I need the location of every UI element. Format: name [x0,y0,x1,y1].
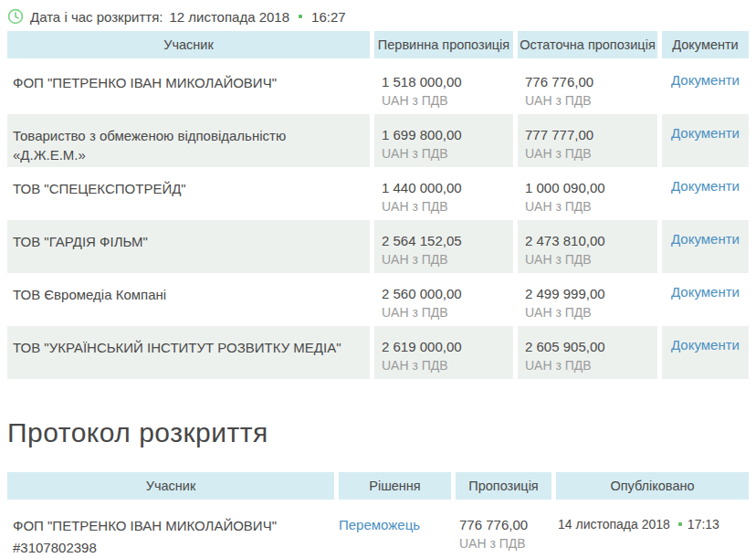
bid-amount: 2 564 152,05 [382,231,506,250]
final-bid-cell: 777 777,00 UAH з ПДВ [518,114,657,167]
participant-name: ТОВ Євромедіа Компані [7,273,370,326]
documents-cell: Документи [662,114,749,167]
table-row: ТОВ "СПЕЦЕКСПОТРЕЙД" 1 440 000,00 UAH з … [7,167,756,220]
currency-note: UAH з ПДВ [525,144,650,163]
column-header-participant: Учасник [7,472,334,500]
column-header-final-bid: Остаточна пропозиція [518,31,657,58]
participant-cell: ФОП "ПЕТРЕНКО ІВАН МИКОЛАЙОВИЧ" #3107802… [7,504,334,555]
currency-note: UAH з ПДВ [525,91,650,111]
table-row: ТОВ "УКРАЇНСЬКИЙ ІНСТИТУТ РОЗВИТКУ МЕДІА… [7,326,756,379]
disclosure-label: Дата і час розкриття: [30,9,163,25]
final-bid-cell: 2 605 905,00 UAH з ПДВ [518,326,657,379]
bids-table: Учасник Первинна пропозиція Остаточна пр… [7,31,756,379]
disclosure-time: 16:27 [311,9,346,25]
documents-cell: Документи [662,61,749,114]
table-row: ТОВ "ГАРДІЯ ФІЛЬМ" 2 564 152,05 UAH з ПД… [7,220,756,273]
final-bid-cell: 2 499 999,00 UAH з ПДВ [518,273,657,326]
green-dot-separator [299,15,302,18]
protocol-header-row: Учасник Рішення Пропозиція Опубліковано [7,472,756,500]
final-bid-cell: 2 473 810,00 UAH з ПДВ [518,220,657,273]
published-cell: 14 листопада 2018 17:13 [556,504,749,555]
bid-amount: 1 440 000,00 [382,178,506,197]
disclosure-datetime-line: Дата і час розкриття: 12 листопада 2018 … [7,8,756,25]
currency-note: UAH з ПДВ [382,91,506,111]
currency-note: UAH з ПДВ [525,356,650,375]
documents-link[interactable]: Документи [671,72,740,88]
bid-amount: 1 518 000,00 [382,72,506,91]
currency-note: UAH з ПДВ [382,250,506,269]
disclosure-date: 12 листопада 2018 [169,9,289,25]
column-header-bid: Пропозиція [456,472,551,500]
bid-amount: 776 776,00 [459,515,551,534]
documents-cell: Документи [662,167,749,220]
initial-bid-cell: 2 619 000,00 UAH з ПДВ [374,326,513,379]
bid-amount: 1 699 800,00 [382,125,506,144]
bid-amount: 776 776,00 [525,72,650,91]
initial-bid-cell: 1 699 800,00 UAH з ПДВ [374,114,513,167]
documents-cell: Документи [662,326,749,379]
decision-cell: Переможець [339,504,451,555]
green-dot-separator [678,522,682,526]
currency-note: UAH з ПДВ [382,303,506,322]
final-bid-cell: 1 000 090,00 UAH з ПДВ [518,167,657,220]
initial-bid-cell: 1 518 000,00 UAH з ПДВ [374,61,513,114]
participant-name: ТОВ "ГАРДІЯ ФІЛЬМ" [7,220,370,273]
bid-amount: 2 499 999,00 [525,284,650,303]
protocol-table: Учасник Рішення Пропозиція Опубліковано … [7,472,756,555]
participant-name: ТОВ "СПЕЦЕКСПОТРЕЙД" [7,167,370,220]
participant-name: ФОП "ПЕТРЕНКО ІВАН МИКОЛАЙОВИЧ" [7,61,370,114]
final-bid-cell: 776 776,00 UAH з ПДВ [518,61,657,114]
initial-bid-cell: 2 560 000,00 UAH з ПДВ [374,273,513,326]
column-header-documents: Документи [662,31,749,58]
column-header-published: Опубліковано [556,472,749,500]
table-row: ФОП "ПЕТРЕНКО ІВАН МИКОЛАЙОВИЧ" 1 518 00… [7,61,756,114]
initial-bid-cell: 2 564 152,05 UAH з ПДВ [374,220,513,273]
documents-link[interactable]: Документи [671,337,740,353]
documents-cell: Документи [662,273,749,326]
currency-note: UAH з ПДВ [525,303,650,322]
documents-link[interactable]: Документи [671,284,740,300]
currency-note: UAH з ПДВ [525,197,650,216]
table-row: Товариство з обмеженою відповідальністю … [7,114,756,167]
currency-note: UAH з ПДВ [459,534,551,553]
column-header-decision: Рішення [339,472,451,500]
currency-note: UAH з ПДВ [382,356,506,375]
bid-cell: 776 776,00 UAH з ПДВ [456,504,551,555]
bid-amount: 1 000 090,00 [525,178,650,197]
table-row: ТОВ Євромедіа Компані 2 560 000,00 UAH з… [7,273,756,326]
documents-link[interactable]: Документи [671,125,740,141]
documents-link[interactable]: Документи [671,178,740,194]
bid-amount: 2 473 810,00 [525,231,650,250]
bid-amount: 2 619 000,00 [382,337,506,356]
bid-amount: 2 560 000,00 [382,284,506,303]
clock-icon [7,8,24,25]
column-header-participant: Учасник [7,31,370,58]
winner-link[interactable]: Переможець [339,517,420,532]
published-time: 17:13 [688,516,719,532]
bid-amount: 777 777,00 [525,125,650,144]
table-row: ФОП "ПЕТРЕНКО ІВАН МИКОЛАЙОВИЧ" #3107802… [7,504,756,555]
initial-bid-cell: 1 440 000,00 UAH з ПДВ [374,167,513,220]
currency-note: UAH з ПДВ [382,197,506,216]
column-header-initial-bid: Первинна пропозиція [374,31,513,58]
participant-id: #3107802398 [13,537,325,558]
bid-amount: 2 605 905,00 [525,337,650,356]
currency-note: UAH з ПДВ [525,250,650,269]
bids-table-header-row: Учасник Первинна пропозиція Остаточна пр… [7,31,756,58]
documents-link[interactable]: Документи [671,231,740,247]
published-date: 14 листопада 2018 [558,516,670,532]
participant-name: Товариство з обмеженою відповідальністю … [7,114,370,167]
currency-note: UAH з ПДВ [382,144,506,163]
documents-cell: Документи [662,220,749,273]
participant-name: ТОВ "УКРАЇНСЬКИЙ ІНСТИТУТ РОЗВИТКУ МЕДІА… [7,326,370,379]
protocol-title: Протокол розкриття [7,417,756,447]
participant-name: ФОП "ПЕТРЕНКО ІВАН МИКОЛАЙОВИЧ" [13,515,325,537]
